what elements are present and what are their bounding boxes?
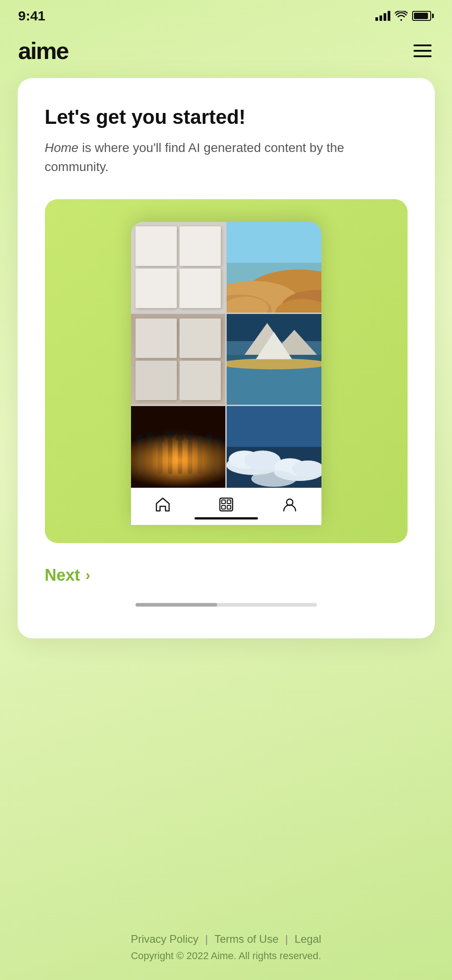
svg-rect-34 — [227, 406, 321, 447]
card-title: Let's get you started! — [45, 105, 408, 129]
svg-rect-27 — [198, 443, 202, 474]
card-subtitle-italic: Home — [45, 141, 79, 155]
svg-rect-44 — [227, 500, 231, 504]
svg-point-18 — [146, 432, 154, 441]
svg-rect-25 — [188, 440, 192, 474]
canvas-panels-row2 — [131, 314, 226, 405]
canvas-p5 — [136, 318, 177, 358]
svg-point-16 — [136, 435, 144, 443]
progress-track — [136, 603, 317, 607]
canvas-panel-1 — [136, 226, 177, 266]
canvas-p6 — [180, 318, 221, 358]
main-card: Let's get you started! Home is where you… — [18, 78, 435, 638]
svg-point-2 — [244, 270, 321, 313]
svg-rect-14 — [131, 406, 226, 488]
phone-screen — [131, 222, 321, 525]
next-label: Next — [45, 566, 80, 585]
home-indicator-bar — [194, 517, 258, 519]
phone-home-indicator — [131, 517, 321, 525]
svg-point-24 — [176, 434, 184, 442]
mountain-lake-cell — [227, 314, 321, 405]
phone-nav-home — [155, 496, 171, 513]
privacy-policy-link[interactable]: Privacy Policy — [131, 933, 198, 945]
svg-point-4 — [281, 290, 321, 313]
svg-rect-17 — [148, 440, 152, 474]
status-icons — [375, 11, 434, 21]
phone-mockup-container — [45, 199, 408, 543]
svg-rect-1 — [227, 222, 321, 263]
next-button[interactable]: Next › — [45, 566, 91, 585]
svg-point-22 — [166, 430, 174, 438]
footer-copyright: Copyright © 2022 Aime. All rights reserv… — [18, 950, 434, 962]
footer-links: Privacy Policy | Terms of Use | Legal — [18, 933, 434, 946]
svg-point-28 — [196, 436, 204, 444]
svg-rect-45 — [222, 505, 225, 509]
svg-rect-19 — [158, 443, 162, 474]
terms-of-use-link[interactable]: Terms of Use — [214, 933, 278, 945]
status-bar: 9:41 — [0, 0, 452, 28]
canvas-p7 — [136, 361, 177, 400]
svg-point-5 — [227, 294, 272, 313]
svg-point-41 — [251, 470, 296, 487]
clouds-scene-cell — [227, 406, 321, 488]
canvas-panels-cell — [131, 222, 226, 313]
svg-point-32 — [214, 437, 222, 445]
card-subtitle-text: is where you'll find AI generated conten… — [45, 141, 345, 174]
svg-point-3 — [227, 281, 299, 313]
legal-link[interactable]: Legal — [295, 933, 321, 945]
desert-dunes-cell — [227, 222, 321, 313]
wifi-icon — [395, 11, 408, 21]
svg-point-30 — [205, 434, 213, 442]
phone-nav-stack — [218, 496, 234, 513]
image-grid — [131, 222, 321, 488]
phone-nav-profile — [282, 496, 298, 513]
signal-icon — [375, 11, 390, 21]
svg-rect-8 — [227, 314, 321, 341]
canvas-panel-4 — [180, 269, 221, 308]
canvas-panel-3 — [136, 269, 177, 308]
svg-rect-31 — [216, 445, 220, 474]
svg-rect-21 — [168, 438, 172, 474]
canvas-p8 — [180, 361, 221, 400]
svg-rect-15 — [137, 442, 142, 474]
svg-point-26 — [186, 432, 194, 441]
canvas-panel-2 — [180, 226, 221, 266]
status-time: 9:41 — [18, 8, 45, 24]
footer-separator-2: | — [285, 933, 288, 945]
progress-fill — [136, 603, 217, 607]
phone-nav-bar — [131, 488, 321, 517]
hamburger-menu-button[interactable] — [411, 42, 434, 59]
app-logo: aime — [18, 37, 68, 64]
card-subtitle: Home is where you'll find AI generated c… — [45, 138, 408, 176]
svg-rect-23 — [178, 441, 182, 474]
progress-container — [45, 603, 408, 611]
people-scene-cell — [131, 406, 226, 488]
battery-icon — [412, 11, 434, 21]
footer: Privacy Policy | Terms of Use | Legal Co… — [0, 924, 452, 980]
svg-rect-29 — [207, 441, 211, 474]
svg-rect-46 — [227, 505, 231, 509]
svg-point-12 — [227, 358, 321, 369]
next-chevron-icon: › — [86, 567, 91, 583]
app-header: aime — [0, 28, 452, 78]
svg-point-20 — [156, 436, 164, 444]
footer-separator-1: | — [205, 933, 208, 945]
svg-rect-43 — [222, 500, 225, 504]
